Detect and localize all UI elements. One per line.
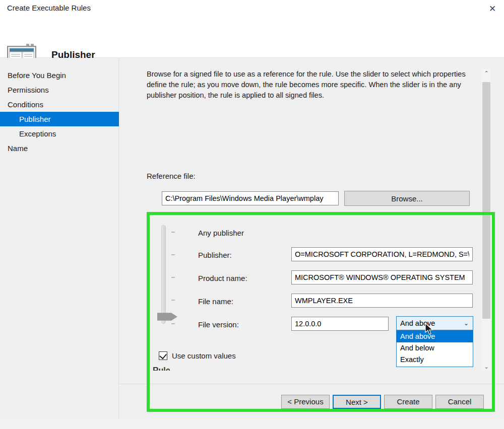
checkbox-checked-icon[interactable] — [159, 351, 167, 360]
file-name-label: File name: — [198, 297, 233, 306]
browse-button[interactable]: Browse... — [344, 191, 470, 206]
option-and-above[interactable]: And above — [397, 331, 473, 342]
option-exactly[interactable]: Exactly — [397, 354, 473, 366]
sidebar-item-publisher[interactable]: Publisher — [0, 112, 119, 126]
use-custom-values-label: Use custom values — [172, 351, 236, 360]
slider-tick — [171, 254, 175, 255]
reference-file-label: Reference file: — [147, 172, 196, 180]
version-scope-combobox[interactable]: And above ⌄ — [396, 316, 473, 330]
screenshot-stage: Create Executable Rules ✕ — [0, 0, 504, 429]
window-title: Create Executable Rules — [7, 4, 91, 12]
next-button[interactable]: Next > — [333, 395, 381, 409]
any-publisher-label: Any publisher — [198, 229, 244, 237]
wizard-header: Publisher — [0, 16, 504, 58]
close-icon[interactable]: ✕ — [485, 2, 500, 15]
product-name-input[interactable] — [291, 270, 473, 284]
instruction-text: Browse for a signed file to use as a ref… — [147, 69, 480, 101]
sidebar-item-name[interactable]: Name — [0, 141, 119, 156]
specificity-slider-track[interactable] — [161, 225, 166, 324]
file-version-label: File version: — [198, 320, 239, 329]
use-custom-values-row[interactable]: Use custom values — [159, 351, 236, 360]
scroll-down-icon[interactable]: ⌄ — [482, 363, 491, 371]
slider-tick — [171, 277, 175, 278]
specificity-slider-thumb[interactable] — [157, 311, 177, 322]
slider-tick — [171, 323, 175, 324]
file-name-input[interactable] — [291, 294, 473, 308]
create-button[interactable]: Create — [384, 395, 432, 409]
scroll-up-icon[interactable]: ⌃ — [482, 69, 491, 78]
footer-separator — [119, 384, 504, 384]
product-name-label: Product name: — [198, 274, 247, 282]
reference-file-input[interactable] — [162, 191, 339, 205]
publisher-page-content: Browse for a signed file to use as a ref… — [119, 58, 504, 418]
slider-tick — [171, 300, 175, 301]
cancel-button[interactable]: Cancel — [435, 395, 484, 409]
content-scrollbar[interactable]: ⌃ ⌄ — [482, 69, 491, 371]
chevron-down-icon: ⌄ — [464, 317, 469, 330]
version-scope-selected: And above — [400, 319, 435, 327]
previous-button[interactable]: < Previous — [281, 395, 330, 409]
scrollbar-thumb[interactable] — [482, 82, 490, 319]
sidebar-item-permissions[interactable]: Permissions — [0, 83, 119, 97]
sidebar-item-conditions[interactable]: Conditions — [0, 97, 119, 112]
clipped-rule-text: Rule — [153, 366, 183, 371]
wizard-steps-sidebar: Before You Begin Permissions Conditions … — [0, 58, 119, 418]
titlebar: Create Executable Rules ✕ — [0, 0, 504, 16]
publisher-input[interactable] — [291, 247, 473, 261]
sidebar-item-before-you-begin[interactable]: Before You Begin — [0, 68, 119, 83]
create-executable-rules-dialog: Create Executable Rules ✕ — [0, 0, 504, 418]
file-version-input[interactable] — [291, 317, 389, 331]
sidebar-item-exceptions[interactable]: Exceptions — [0, 126, 119, 141]
option-and-below[interactable]: And below — [397, 342, 473, 354]
slider-tick — [171, 232, 175, 233]
publisher-label: Publisher: — [198, 251, 232, 259]
version-scope-listbox: And above And below Exactly — [396, 330, 473, 367]
